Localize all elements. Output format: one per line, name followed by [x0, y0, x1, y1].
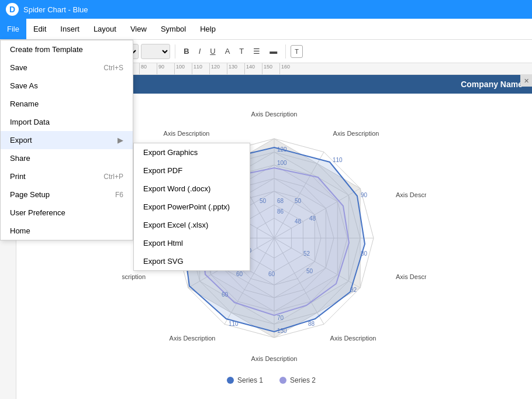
- svg-text:68: 68: [277, 198, 284, 204]
- axis-label-left-bottom: Axis Description: [122, 273, 146, 280]
- divider-3: [175, 44, 175, 59]
- svg-text:92: 92: [350, 287, 357, 293]
- divider-4: [285, 44, 286, 59]
- axis-label-bottom-left: Axis Description: [170, 335, 216, 342]
- series1-label: Series 1: [237, 376, 263, 384]
- axis-label-bottom: Axis Description: [251, 355, 298, 362]
- menu-create-from-template[interactable]: Create from Template: [1, 40, 133, 59]
- svg-text:50: 50: [295, 198, 302, 204]
- company-name: Company Name: [461, 80, 523, 89]
- menu-help[interactable]: Help: [193, 19, 223, 39]
- menu-layout[interactable]: Layout: [87, 19, 123, 39]
- svg-text:130: 130: [277, 328, 287, 334]
- bold-button[interactable]: B: [180, 44, 192, 58]
- export-arrow-icon: ▶: [118, 136, 123, 145]
- export-submenu: Export Graphics Export PDF Export Word (…: [133, 143, 250, 271]
- svg-text:48: 48: [309, 215, 316, 222]
- menu-save[interactable]: Save Ctrl+S: [1, 59, 133, 77]
- svg-text:80: 80: [361, 250, 368, 257]
- app-icon: D: [6, 3, 19, 16]
- svg-text:48: 48: [295, 218, 302, 225]
- window-title: Spider Chart - Blue: [23, 5, 88, 14]
- menu-share[interactable]: Share: [1, 149, 133, 167]
- svg-text:88: 88: [308, 321, 315, 327]
- legend: Series 1 Series 2: [227, 376, 316, 384]
- menu-view[interactable]: View: [123, 19, 154, 39]
- export-pdf[interactable]: Export PDF: [134, 161, 250, 180]
- axis-label-top-right: Axis Description: [333, 130, 379, 137]
- italic-button[interactable]: I: [195, 44, 205, 58]
- svg-text:50: 50: [260, 198, 267, 204]
- menu-file[interactable]: File: [0, 19, 26, 39]
- svg-text:70: 70: [277, 315, 284, 321]
- series2-legend-dot: [279, 377, 286, 384]
- axis-label-top-left: Axis Description: [164, 130, 210, 137]
- menu-rename[interactable]: Rename: [1, 95, 133, 113]
- export-html[interactable]: Export Html: [134, 234, 250, 252]
- align-more-button[interactable]: ▬: [266, 44, 281, 58]
- series2-label: Series 2: [290, 376, 316, 384]
- axis-label-right-top: Axis Description: [396, 191, 426, 198]
- svg-text:60: 60: [222, 291, 229, 298]
- menu-bar: File Edit Insert Layout View Symbol Help: [0, 19, 532, 40]
- menu-export[interactable]: Export ▶: [1, 131, 133, 149]
- font-color-button[interactable]: A: [222, 44, 234, 58]
- axis-label-right-bottom: Axis Description: [396, 273, 426, 280]
- menu-user-preference[interactable]: User Preference: [1, 204, 133, 222]
- menu-symbol[interactable]: Symbol: [154, 19, 193, 39]
- size-select[interactable]: [141, 44, 170, 59]
- text-box-button[interactable]: T: [291, 45, 303, 58]
- export-powerpoint[interactable]: Export PowerPoint (.pptx): [134, 198, 250, 216]
- svg-text:60: 60: [268, 271, 275, 277]
- menu-insert[interactable]: Insert: [53, 19, 87, 39]
- align-left-button[interactable]: ☰: [250, 44, 264, 58]
- svg-text:90: 90: [361, 192, 368, 198]
- svg-text:86: 86: [277, 208, 284, 215]
- menu-edit[interactable]: Edit: [26, 19, 53, 39]
- axis-label-bottom-right: Axis Description: [330, 335, 376, 342]
- export-word[interactable]: Export Word (.docx): [134, 180, 250, 198]
- export-svg[interactable]: Export SVG: [134, 252, 250, 270]
- menu-print[interactable]: Print Ctrl+P: [1, 167, 133, 185]
- file-menu-dropdown: Create from Template Save Ctrl+S Save As…: [0, 40, 133, 240]
- svg-text:52: 52: [303, 250, 310, 257]
- menu-page-setup[interactable]: Page Setup F6: [1, 185, 133, 204]
- svg-text:110: 110: [333, 157, 343, 163]
- menu-save-as[interactable]: Save As: [1, 77, 133, 95]
- export-graphics[interactable]: Export Graphics: [134, 143, 250, 161]
- underline-button[interactable]: U: [206, 44, 219, 58]
- axis-label-top: Axis Description: [251, 111, 298, 118]
- svg-text:60: 60: [236, 271, 243, 277]
- text-format-button[interactable]: T: [236, 44, 247, 58]
- svg-text:120: 120: [277, 146, 287, 153]
- title-bar: D Spider Chart - Blue: [0, 0, 532, 19]
- close-button[interactable]: ✕: [520, 75, 532, 87]
- export-excel[interactable]: Export Excel (.xlsx): [134, 216, 250, 234]
- series1-legend-dot: [227, 377, 234, 384]
- menu-home[interactable]: Home: [1, 222, 133, 240]
- svg-text:50: 50: [306, 268, 313, 274]
- svg-text:110: 110: [229, 321, 239, 327]
- svg-text:100: 100: [277, 160, 287, 166]
- menu-import-data[interactable]: Import Data: [1, 113, 133, 131]
